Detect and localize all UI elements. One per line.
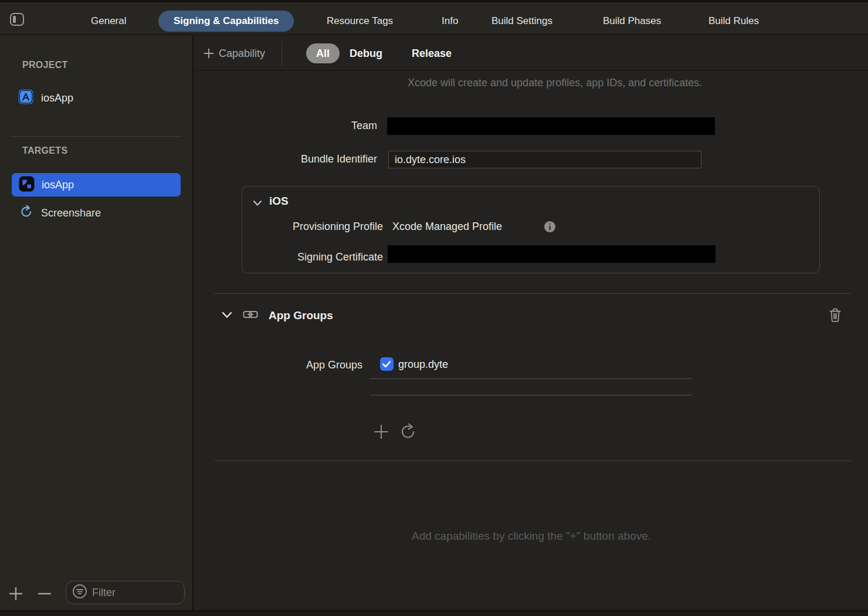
capability-toolbar: Capability All Debug Release [195,35,868,71]
signing-note: Xcode will create and update profiles, a… [408,75,708,90]
bundle-identifier-label: Bundle Identifier [195,153,377,165]
project-header: PROJECT [22,60,68,70]
signing-capabilities-pane: Capability All Debug Release Xcode will … [195,35,868,610]
tab-info[interactable]: Info [442,11,458,32]
filter-field[interactable] [66,581,185,604]
app-groups-field-label: App Groups [195,359,362,371]
ios-signing-section: iOS Provisioning Profile Xcode Managed P… [242,186,820,273]
section-divider [214,293,850,294]
tab-build-phases[interactable]: Build Phases [603,11,661,32]
chevron-down-icon[interactable] [253,198,262,209]
chevron-down-icon[interactable] [222,310,232,321]
plus-icon [204,48,214,59]
window-bottom-edge [0,610,868,616]
info-icon[interactable] [544,221,556,235]
add-capability-button[interactable]: Capability [204,43,265,64]
trash-icon[interactable] [828,307,842,325]
remove-target-button[interactable] [36,585,53,604]
app-group-name[interactable]: group.dyte [398,358,448,371]
segment-debug[interactable]: Debug [350,43,382,63]
app-store-project-icon [18,89,34,107]
bundle-identifier-field [388,151,701,168]
filter-input[interactable] [92,587,178,599]
add-target-button[interactable] [8,585,24,604]
dyte-app-icon [19,176,35,194]
ios-section-title: iOS [269,195,289,208]
segment-release[interactable]: Release [412,43,452,63]
app-group-row-underline [369,378,692,379]
sidebar-toggle-icon[interactable] [9,12,25,27]
segment-all[interactable]: All [306,43,340,63]
editor-tab-bar: General Signing & Capabilities Resource … [0,2,868,35]
target-item-label: Screenshare [41,207,101,219]
screenshare-refresh-icon [19,204,34,222]
app-group-checkbox-checked[interactable] [380,357,394,371]
signing-certificate-redacted[interactable] [388,245,716,263]
bundle-identifier-input[interactable] [389,151,701,168]
provisioning-profile-label: Provisioning Profile [242,221,383,233]
tab-build-rules[interactable]: Build Rules [708,11,759,32]
project-item-iosapp[interactable]: iosApp [18,87,182,109]
toolbar-divider [282,41,282,66]
app-group-row-underline [369,395,692,395]
team-value-redacted[interactable] [387,117,715,135]
tab-signing-capabilities[interactable]: Signing & Capabilities [158,11,294,32]
target-item-iosapp[interactable]: iosApp [12,173,181,197]
add-capabilities-hint: Add capabilities by clicking the "+" but… [195,530,868,543]
project-item-label: iosApp [41,92,73,104]
app-groups-section-header: App Groups [222,309,333,323]
targets-header: TARGETS [22,145,67,156]
sidebar-divider [11,136,182,137]
project-targets-sidebar: PROJECT iosApp TARGETS iosApp [0,35,194,610]
filter-icon [72,584,87,601]
xcode-project-editor: General Signing & Capabilities Resource … [0,0,868,616]
app-groups-link-icon [243,309,258,323]
signing-certificate-label: Signing Certificate [242,251,383,263]
target-item-screenshare[interactable]: Screenshare [12,201,181,225]
team-label: Team [195,120,377,132]
section-divider [214,461,850,461]
tab-resource-tags[interactable]: Resource Tags [327,11,393,32]
provisioning-profile-value[interactable]: Xcode Managed Profile [392,221,502,233]
tab-build-settings[interactable]: Build Settings [491,11,552,32]
app-groups-section-title: App Groups [269,309,333,322]
tab-general[interactable]: General [91,11,126,32]
target-item-label: iosApp [42,179,74,191]
add-capability-label: Capability [219,48,265,60]
refresh-app-groups-button[interactable] [398,422,418,444]
add-app-group-button[interactable] [372,423,390,443]
